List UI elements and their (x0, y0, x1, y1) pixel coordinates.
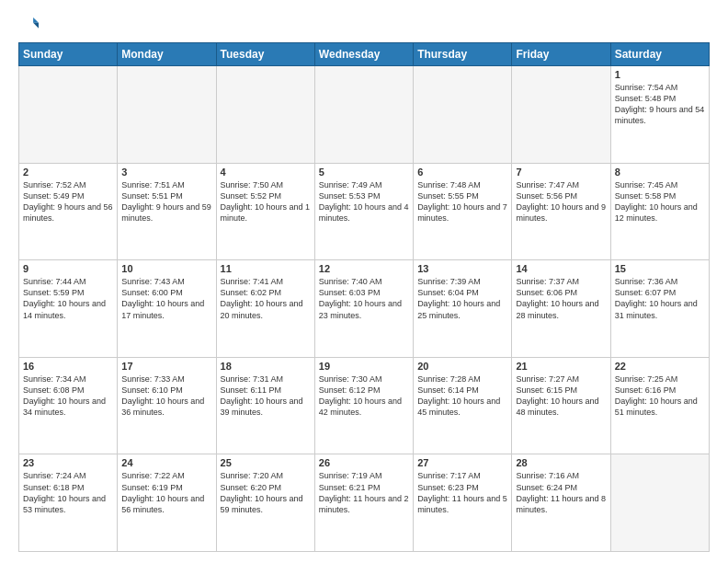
logo (18, 15, 42, 35)
calendar-cell (610, 454, 709, 552)
day-info: Sunrise: 7:30 AM Sunset: 6:12 PM Dayligh… (319, 373, 409, 419)
svg-marker-1 (33, 23, 39, 29)
day-info: Sunrise: 7:16 AM Sunset: 6:24 PM Dayligh… (516, 470, 606, 515)
calendar-cell: 26Sunrise: 7:19 AM Sunset: 6:21 PM Dayli… (314, 454, 413, 552)
day-info: Sunrise: 7:51 AM Sunset: 5:51 PM Dayligh… (121, 179, 211, 224)
day-number: 3 (121, 167, 211, 178)
col-monday: Monday (118, 43, 216, 66)
day-number: 14 (516, 263, 606, 274)
page: Sunday Monday Tuesday Wednesday Thursday… (0, 0, 728, 563)
col-tuesday: Tuesday (216, 43, 314, 66)
calendar-cell (314, 66, 413, 164)
day-number: 17 (121, 361, 211, 372)
calendar-cell: 16Sunrise: 7:34 AM Sunset: 6:08 PM Dayli… (19, 357, 118, 454)
day-info: Sunrise: 7:34 AM Sunset: 6:08 PM Dayligh… (23, 373, 113, 419)
day-number: 26 (319, 457, 409, 468)
day-info: Sunrise: 7:54 AM Sunset: 5:48 PM Dayligh… (615, 82, 705, 127)
day-number: 19 (319, 361, 409, 372)
calendar-cell: 4Sunrise: 7:50 AM Sunset: 5:52 PM Daylig… (216, 163, 314, 260)
calendar-week-row: 9Sunrise: 7:44 AM Sunset: 5:59 PM Daylig… (19, 260, 710, 358)
calendar-cell: 18Sunrise: 7:31 AM Sunset: 6:11 PM Dayli… (216, 357, 314, 454)
day-info: Sunrise: 7:47 AM Sunset: 5:56 PM Dayligh… (516, 179, 606, 224)
calendar-cell: 10Sunrise: 7:43 AM Sunset: 6:00 PM Dayli… (118, 260, 216, 358)
calendar-cell: 24Sunrise: 7:22 AM Sunset: 6:19 PM Dayli… (118, 454, 216, 552)
calendar-cell (512, 66, 610, 164)
header (18, 15, 710, 35)
calendar-week-row: 23Sunrise: 7:24 AM Sunset: 6:18 PM Dayli… (19, 454, 710, 552)
day-info: Sunrise: 7:28 AM Sunset: 6:14 PM Dayligh… (417, 373, 507, 419)
col-friday: Friday (512, 43, 610, 66)
calendar-cell (414, 66, 512, 164)
col-saturday: Saturday (610, 43, 709, 66)
day-info: Sunrise: 7:37 AM Sunset: 6:06 PM Dayligh… (516, 276, 606, 321)
calendar-cell: 22Sunrise: 7:25 AM Sunset: 6:16 PM Dayli… (610, 357, 709, 454)
day-number: 12 (319, 263, 409, 274)
day-number: 8 (615, 167, 705, 178)
day-info: Sunrise: 7:41 AM Sunset: 6:02 PM Dayligh… (221, 276, 311, 321)
day-info: Sunrise: 7:49 AM Sunset: 5:53 PM Dayligh… (319, 179, 409, 224)
day-info: Sunrise: 7:33 AM Sunset: 6:10 PM Dayligh… (121, 373, 211, 419)
day-number: 22 (615, 361, 705, 372)
svg-marker-0 (33, 17, 39, 23)
day-info: Sunrise: 7:40 AM Sunset: 6:03 PM Dayligh… (319, 276, 409, 321)
calendar-cell: 25Sunrise: 7:20 AM Sunset: 6:20 PM Dayli… (216, 454, 314, 552)
logo-icon (18, 15, 39, 35)
calendar-cell: 15Sunrise: 7:36 AM Sunset: 6:07 PM Dayli… (610, 260, 709, 358)
day-info: Sunrise: 7:20 AM Sunset: 6:20 PM Dayligh… (221, 470, 311, 515)
calendar-cell (19, 66, 118, 164)
day-info: Sunrise: 7:39 AM Sunset: 6:04 PM Dayligh… (417, 276, 507, 321)
day-number: 15 (615, 263, 705, 274)
calendar-cell (216, 66, 314, 164)
calendar-week-row: 2Sunrise: 7:52 AM Sunset: 5:49 PM Daylig… (19, 163, 710, 260)
day-number: 16 (23, 361, 113, 372)
calendar-cell: 9Sunrise: 7:44 AM Sunset: 5:59 PM Daylig… (19, 260, 118, 358)
calendar-cell: 2Sunrise: 7:52 AM Sunset: 5:49 PM Daylig… (19, 163, 118, 260)
day-info: Sunrise: 7:31 AM Sunset: 6:11 PM Dayligh… (221, 373, 311, 419)
day-info: Sunrise: 7:27 AM Sunset: 6:15 PM Dayligh… (516, 373, 606, 419)
day-info: Sunrise: 7:43 AM Sunset: 6:00 PM Dayligh… (121, 276, 211, 321)
calendar-cell: 21Sunrise: 7:27 AM Sunset: 6:15 PM Dayli… (512, 357, 610, 454)
day-number: 6 (417, 167, 507, 178)
calendar-cell: 8Sunrise: 7:45 AM Sunset: 5:58 PM Daylig… (610, 163, 709, 260)
day-info: Sunrise: 7:19 AM Sunset: 6:21 PM Dayligh… (319, 470, 409, 515)
day-number: 9 (23, 263, 113, 274)
col-thursday: Thursday (414, 43, 512, 66)
day-number: 25 (221, 457, 311, 468)
day-number: 1 (615, 69, 705, 80)
day-info: Sunrise: 7:25 AM Sunset: 6:16 PM Dayligh… (615, 373, 705, 419)
calendar-cell: 20Sunrise: 7:28 AM Sunset: 6:14 PM Dayli… (414, 357, 512, 454)
day-info: Sunrise: 7:36 AM Sunset: 6:07 PM Dayligh… (615, 276, 705, 321)
day-info: Sunrise: 7:44 AM Sunset: 5:59 PM Dayligh… (23, 276, 113, 321)
calendar-cell: 17Sunrise: 7:33 AM Sunset: 6:10 PM Dayli… (118, 357, 216, 454)
day-number: 4 (221, 167, 311, 178)
day-number: 27 (417, 457, 507, 468)
day-info: Sunrise: 7:24 AM Sunset: 6:18 PM Dayligh… (23, 470, 113, 515)
day-number: 18 (221, 361, 311, 372)
day-number: 28 (516, 457, 606, 468)
calendar-table: Sunday Monday Tuesday Wednesday Thursday… (18, 42, 710, 552)
col-wednesday: Wednesday (314, 43, 413, 66)
calendar-cell: 3Sunrise: 7:51 AM Sunset: 5:51 PM Daylig… (118, 163, 216, 260)
day-number: 11 (221, 263, 311, 274)
day-number: 10 (121, 263, 211, 274)
calendar-week-row: 16Sunrise: 7:34 AM Sunset: 6:08 PM Dayli… (19, 357, 710, 454)
calendar-cell: 27Sunrise: 7:17 AM Sunset: 6:23 PM Dayli… (414, 454, 512, 552)
day-number: 20 (417, 361, 507, 372)
calendar-header-row: Sunday Monday Tuesday Wednesday Thursday… (19, 43, 710, 66)
calendar-cell: 11Sunrise: 7:41 AM Sunset: 6:02 PM Dayli… (216, 260, 314, 358)
day-number: 21 (516, 361, 606, 372)
day-info: Sunrise: 7:48 AM Sunset: 5:55 PM Dayligh… (417, 179, 507, 224)
calendar-cell: 12Sunrise: 7:40 AM Sunset: 6:03 PM Dayli… (314, 260, 413, 358)
calendar-week-row: 1Sunrise: 7:54 AM Sunset: 5:48 PM Daylig… (19, 66, 710, 164)
col-sunday: Sunday (19, 43, 118, 66)
day-info: Sunrise: 7:50 AM Sunset: 5:52 PM Dayligh… (221, 179, 311, 224)
calendar-cell: 13Sunrise: 7:39 AM Sunset: 6:04 PM Dayli… (414, 260, 512, 358)
calendar-cell (118, 66, 216, 164)
day-info: Sunrise: 7:22 AM Sunset: 6:19 PM Dayligh… (121, 470, 211, 515)
calendar-cell: 1Sunrise: 7:54 AM Sunset: 5:48 PM Daylig… (610, 66, 709, 164)
calendar-cell: 23Sunrise: 7:24 AM Sunset: 6:18 PM Dayli… (19, 454, 118, 552)
calendar-cell: 19Sunrise: 7:30 AM Sunset: 6:12 PM Dayli… (314, 357, 413, 454)
calendar-cell: 14Sunrise: 7:37 AM Sunset: 6:06 PM Dayli… (512, 260, 610, 358)
day-number: 5 (319, 167, 409, 178)
day-info: Sunrise: 7:52 AM Sunset: 5:49 PM Dayligh… (23, 179, 113, 224)
